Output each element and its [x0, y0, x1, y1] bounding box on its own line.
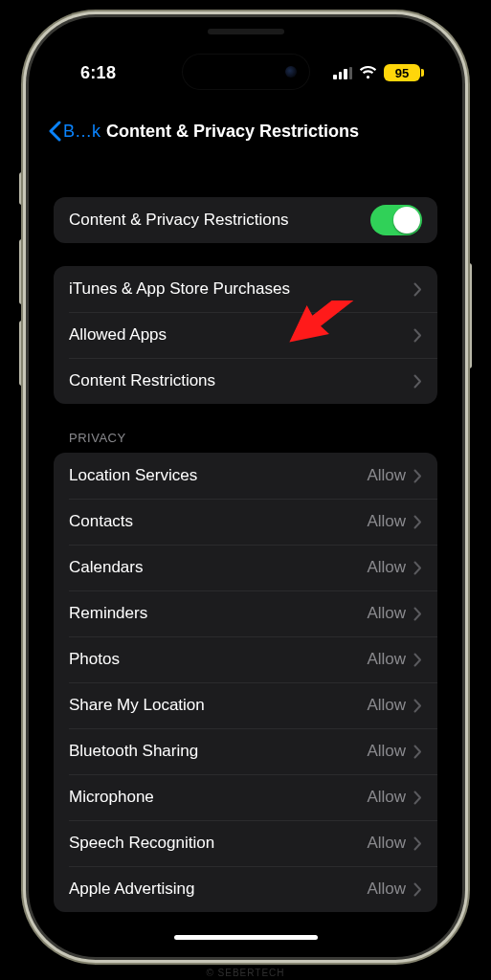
- side-button-silence: [19, 172, 25, 205]
- row-label: Bluetooth Sharing: [69, 742, 367, 761]
- row-value: Allow: [367, 834, 406, 853]
- battery-text: 95: [395, 66, 409, 80]
- row-bluetooth-sharing[interactable]: Bluetooth Sharing Allow: [54, 728, 437, 774]
- row-label: Reminders: [69, 604, 367, 623]
- row-allowed-apps[interactable]: Allowed Apps: [54, 312, 437, 358]
- row-label: Contacts: [69, 512, 367, 531]
- row-photos[interactable]: Photos Allow: [54, 636, 437, 682]
- row-label: Calendars: [69, 558, 367, 577]
- group-privacy: Location Services Allow Contacts Allow C…: [54, 453, 437, 912]
- row-share-my-location[interactable]: Share My Location Allow: [54, 682, 437, 728]
- chevron-right-icon: [413, 745, 422, 759]
- nav-bar: B…k Content & Privacy Restrictions: [36, 109, 455, 153]
- row-content-restrictions[interactable]: Content Restrictions: [54, 358, 437, 404]
- row-reminders[interactable]: Reminders Allow: [54, 590, 437, 636]
- row-label: Microphone: [69, 788, 367, 807]
- chevron-right-icon: [413, 653, 422, 667]
- side-button-power: [466, 263, 472, 368]
- row-value: Allow: [367, 742, 406, 761]
- row-label: Photos: [69, 650, 367, 669]
- status-time: 6:18: [80, 63, 116, 83]
- row-microphone[interactable]: Microphone Allow: [54, 774, 437, 820]
- chevron-right-icon: [413, 882, 422, 897]
- phone-frame: 6:18 95: [29, 17, 462, 957]
- row-label: Speech Recognition: [69, 834, 367, 853]
- row-value: Allow: [367, 558, 406, 577]
- row-label: Location Services: [69, 466, 367, 485]
- back-button[interactable]: B…k: [48, 121, 100, 142]
- chevron-right-icon: [413, 607, 422, 621]
- chevron-right-icon: [413, 791, 422, 805]
- row-label: Share My Location: [69, 696, 367, 715]
- chevron-left-icon: [48, 121, 61, 142]
- row-contacts[interactable]: Contacts Allow: [54, 499, 437, 545]
- row-location-services[interactable]: Location Services Allow: [54, 453, 437, 499]
- chevron-right-icon: [413, 699, 422, 713]
- status-indicators: 95: [333, 64, 420, 81]
- row-label: Content & Privacy Restrictions: [69, 211, 370, 230]
- row-value: Allow: [367, 512, 406, 531]
- row-itunes-appstore[interactable]: iTunes & App Store Purchases: [54, 266, 437, 312]
- group-main: iTunes & App Store Purchases Allowed App…: [54, 266, 437, 404]
- chevron-right-icon: [413, 515, 422, 529]
- chevron-right-icon: [413, 836, 422, 851]
- row-value: Allow: [367, 650, 406, 669]
- status-bar: 6:18 95: [36, 56, 455, 90]
- chevron-right-icon: [413, 328, 422, 343]
- page-title: Content & Privacy Restrictions: [106, 122, 443, 142]
- chevron-right-icon: [413, 469, 422, 483]
- screen: 6:18 95: [36, 25, 455, 949]
- side-button-volume-down: [19, 321, 25, 386]
- chevron-right-icon: [413, 561, 422, 575]
- row-label: Allowed Apps: [69, 325, 413, 345]
- row-value: Allow: [367, 880, 406, 899]
- battery-indicator: 95: [384, 64, 420, 81]
- row-label: Content Restrictions: [69, 371, 413, 390]
- wifi-icon: [359, 66, 377, 79]
- watermark: © SEBERTECH: [206, 968, 284, 978]
- row-apple-advertising[interactable]: Apple Advertising Allow: [54, 866, 437, 912]
- toggle-switch[interactable]: [370, 205, 422, 235]
- row-value: Allow: [367, 466, 406, 485]
- row-value: Allow: [367, 788, 406, 807]
- cellular-signal-icon: [333, 67, 352, 79]
- back-label: B…k: [63, 122, 100, 142]
- chevron-right-icon: [413, 374, 422, 389]
- section-header-privacy: Privacy: [69, 431, 437, 445]
- toggle-knob: [393, 207, 420, 234]
- row-calendars[interactable]: Calendars Allow: [54, 545, 437, 590]
- side-button-volume-up: [19, 239, 25, 304]
- row-value: Allow: [367, 604, 406, 623]
- row-label: iTunes & App Store Purchases: [69, 279, 413, 299]
- row-value: Allow: [367, 696, 406, 715]
- row-label: Apple Advertising: [69, 880, 367, 899]
- content-area: Content & Privacy Restrictions iTunes & …: [36, 168, 455, 921]
- row-speech-recognition[interactable]: Speech Recognition Allow: [54, 820, 437, 866]
- earpiece: [208, 29, 284, 34]
- home-indicator[interactable]: [174, 935, 318, 940]
- row-content-privacy-toggle[interactable]: Content & Privacy Restrictions: [54, 197, 437, 243]
- group-master-toggle: Content & Privacy Restrictions: [54, 197, 437, 243]
- chevron-right-icon: [413, 282, 422, 297]
